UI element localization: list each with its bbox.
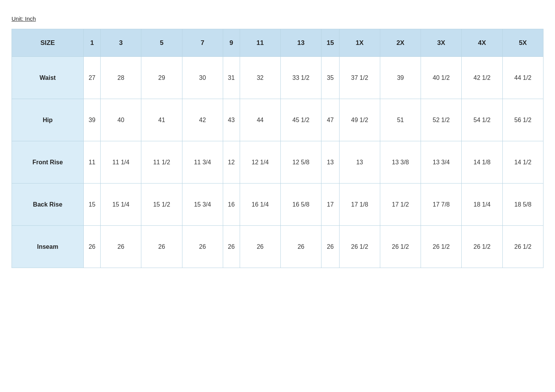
table-cell: 40 1/2 bbox=[421, 57, 462, 99]
table-cell: 13 3/4 bbox=[421, 141, 462, 184]
col-header-1: 1 bbox=[84, 29, 101, 57]
unit-label: Unit: Inch bbox=[12, 15, 543, 22]
table-cell: 43 bbox=[223, 99, 240, 141]
table-cell: 26 1/2 bbox=[339, 226, 380, 268]
table-cell: 26 1/2 bbox=[421, 226, 462, 268]
table-cell: 45 1/2 bbox=[280, 99, 321, 141]
row-label-hip: Hip bbox=[12, 99, 84, 141]
table-cell: 27 bbox=[84, 57, 101, 99]
table-cell: 29 bbox=[141, 57, 182, 99]
table-cell: 12 bbox=[223, 141, 240, 184]
table-cell: 35 bbox=[321, 57, 340, 99]
table-cell: 41 bbox=[141, 99, 182, 141]
table-cell: 15 3/4 bbox=[182, 184, 223, 226]
table-cell: 13 3/8 bbox=[380, 141, 421, 184]
table-cell: 11 1/2 bbox=[141, 141, 182, 184]
table-row: Back Rise1515 1/415 1/215 3/41616 1/416 … bbox=[12, 184, 543, 226]
table-cell: 26 1/2 bbox=[380, 226, 421, 268]
table-cell: 26 bbox=[101, 226, 141, 268]
table-cell: 15 1/4 bbox=[101, 184, 141, 226]
row-label-front-rise: Front Rise bbox=[12, 141, 84, 184]
table-cell: 16 5/8 bbox=[280, 184, 321, 226]
table-cell: 17 1/2 bbox=[380, 184, 421, 226]
table-cell: 44 1/2 bbox=[502, 57, 543, 99]
col-header-1X: 1X bbox=[339, 29, 380, 57]
table-cell: 42 bbox=[182, 99, 223, 141]
table-cell: 28 bbox=[101, 57, 141, 99]
row-label-back-rise: Back Rise bbox=[12, 184, 84, 226]
table-cell: 26 1/2 bbox=[502, 226, 543, 268]
col-header-3X: 3X bbox=[421, 29, 462, 57]
size-header: SIZE bbox=[12, 29, 84, 57]
table-row: Inseam262626262626262626 1/226 1/226 1/2… bbox=[12, 226, 543, 268]
table-cell: 17 bbox=[321, 184, 340, 226]
table-cell: 39 bbox=[380, 57, 421, 99]
table-cell: 30 bbox=[182, 57, 223, 99]
table-cell: 11 bbox=[84, 141, 101, 184]
table-cell: 37 1/2 bbox=[339, 57, 380, 99]
col-header-13: 13 bbox=[280, 29, 321, 57]
table-cell: 54 1/2 bbox=[462, 99, 502, 141]
table-cell: 52 1/2 bbox=[421, 99, 462, 141]
col-header-11: 11 bbox=[240, 29, 280, 57]
col-header-5: 5 bbox=[141, 29, 182, 57]
table-cell: 26 bbox=[223, 226, 240, 268]
table-cell: 47 bbox=[321, 99, 340, 141]
table-cell: 14 1/2 bbox=[502, 141, 543, 184]
col-header-7: 7 bbox=[182, 29, 223, 57]
table-cell: 26 bbox=[321, 226, 340, 268]
table-cell: 42 1/2 bbox=[462, 57, 502, 99]
table-cell: 51 bbox=[380, 99, 421, 141]
table-cell: 26 bbox=[84, 226, 101, 268]
table-cell: 18 1/4 bbox=[462, 184, 502, 226]
table-cell: 17 7/8 bbox=[421, 184, 462, 226]
table-cell: 11 1/4 bbox=[101, 141, 141, 184]
table-cell: 12 5/8 bbox=[280, 141, 321, 184]
table-cell: 33 1/2 bbox=[280, 57, 321, 99]
col-header-15: 15 bbox=[321, 29, 340, 57]
table-body: Waist27282930313233 1/23537 1/23940 1/24… bbox=[12, 57, 543, 268]
table-cell: 26 1/2 bbox=[462, 226, 502, 268]
table-cell: 14 1/8 bbox=[462, 141, 502, 184]
table-cell: 18 5/8 bbox=[502, 184, 543, 226]
table-cell: 32 bbox=[240, 57, 280, 99]
size-chart: SIZE135791113151X2X3X4X5X Waist272829303… bbox=[12, 29, 543, 268]
table-cell: 31 bbox=[223, 57, 240, 99]
table-cell: 12 1/4 bbox=[240, 141, 280, 184]
row-label-inseam: Inseam bbox=[12, 226, 84, 268]
table-cell: 44 bbox=[240, 99, 280, 141]
col-header-5X: 5X bbox=[502, 29, 543, 57]
row-label-waist: Waist bbox=[12, 57, 84, 99]
table-cell: 40 bbox=[101, 99, 141, 141]
table-cell: 26 bbox=[240, 226, 280, 268]
table-cell: 16 bbox=[223, 184, 240, 226]
table-cell: 56 1/2 bbox=[502, 99, 543, 141]
table-cell: 39 bbox=[84, 99, 101, 141]
table-cell: 15 1/2 bbox=[141, 184, 182, 226]
table-cell: 15 bbox=[84, 184, 101, 226]
table-header-row: SIZE135791113151X2X3X4X5X bbox=[12, 29, 543, 57]
table-cell: 26 bbox=[182, 226, 223, 268]
table-cell: 11 3/4 bbox=[182, 141, 223, 184]
col-header-4X: 4X bbox=[462, 29, 502, 57]
table-cell: 17 1/8 bbox=[339, 184, 380, 226]
table-cell: 16 1/4 bbox=[240, 184, 280, 226]
table-row: Front Rise1111 1/411 1/211 3/41212 1/412… bbox=[12, 141, 543, 184]
table-cell: 49 1/2 bbox=[339, 99, 380, 141]
col-header-3: 3 bbox=[101, 29, 141, 57]
col-header-9: 9 bbox=[223, 29, 240, 57]
col-header-2X: 2X bbox=[380, 29, 421, 57]
table-row: Hip39404142434445 1/24749 1/25152 1/254 … bbox=[12, 99, 543, 141]
table-cell: 26 bbox=[280, 226, 321, 268]
table-cell: 13 bbox=[321, 141, 340, 184]
table-cell: 26 bbox=[141, 226, 182, 268]
table-row: Waist27282930313233 1/23537 1/23940 1/24… bbox=[12, 57, 543, 99]
table-cell: 13 bbox=[339, 141, 380, 184]
